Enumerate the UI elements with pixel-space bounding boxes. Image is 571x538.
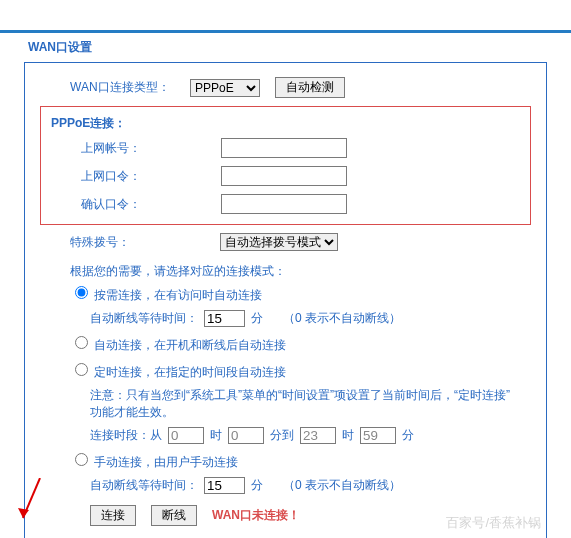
mode-manual-label: 手动连接，由用户手动连接 (94, 455, 238, 469)
account-label: 上网帐号： (51, 140, 221, 157)
disconnect-button[interactable]: 断线 (151, 505, 197, 526)
special-dial-label: 特殊拨号： (40, 234, 190, 251)
mode-auto-radio[interactable] (75, 336, 88, 349)
arrow-annotation (15, 478, 45, 528)
period-m2 (360, 427, 396, 444)
settings-panel: WAN口连接类型： PPPoE 自动检测 PPPoE连接： 上网帐号： 上网口令… (24, 62, 547, 538)
timed-note: 注意：只有当您到“系统工具”菜单的“时间设置”项设置了当前时间后，“定时连接”功… (40, 384, 531, 424)
password-input[interactable] (221, 166, 347, 186)
panel-title: WAN口设置 (0, 33, 571, 62)
account-input[interactable] (221, 138, 347, 158)
minute-unit-1: 分 (251, 310, 263, 327)
pppoe-title: PPPoE连接： (51, 113, 520, 134)
connect-button[interactable]: 连接 (90, 505, 136, 526)
confirm-input[interactable] (221, 194, 347, 214)
mode-ondemand-radio[interactable] (75, 286, 88, 299)
mode-ondemand-label: 按需连接，在有访问时自动连接 (94, 288, 262, 302)
mode-auto-label: 自动连接，在开机和断线后自动连接 (94, 338, 286, 352)
minute-unit-2: 分 (251, 477, 263, 494)
confirm-label: 确认口令： (51, 196, 221, 213)
wait-input-2[interactable] (204, 477, 245, 494)
period-m1 (228, 427, 264, 444)
mode-hint: 根据您的需要，请选择对应的连接模式： (40, 263, 531, 280)
period-h1 (168, 427, 204, 444)
special-dial-select[interactable]: 自动选择拨号模式 (220, 233, 338, 251)
zero-note-2: （0 表示不自动断线） (283, 477, 401, 494)
watermark: 百家号/香蕉补锅 (446, 514, 541, 532)
wait-input-1[interactable] (204, 310, 245, 327)
conn-type-label: WAN口连接类型： (40, 79, 190, 96)
mode-manual-radio[interactable] (75, 453, 88, 466)
period-label: 连接时段：从 (90, 427, 162, 444)
zero-note-1: （0 表示不自动断线） (283, 310, 401, 327)
pppoe-section: PPPoE连接： 上网帐号： 上网口令： 确认口令： (40, 106, 531, 225)
password-label: 上网口令： (51, 168, 221, 185)
auto-detect-button[interactable]: 自动检测 (275, 77, 345, 98)
wan-status: WAN口未连接！ (212, 507, 300, 524)
mode-timed-radio[interactable] (75, 363, 88, 376)
mode-timed-label: 定时连接，在指定的时间段自动连接 (94, 365, 286, 379)
wait-label-2: 自动断线等待时间： (90, 477, 198, 494)
period-h2 (300, 427, 336, 444)
wait-label-1: 自动断线等待时间： (90, 310, 198, 327)
conn-type-select[interactable]: PPPoE (190, 79, 260, 97)
